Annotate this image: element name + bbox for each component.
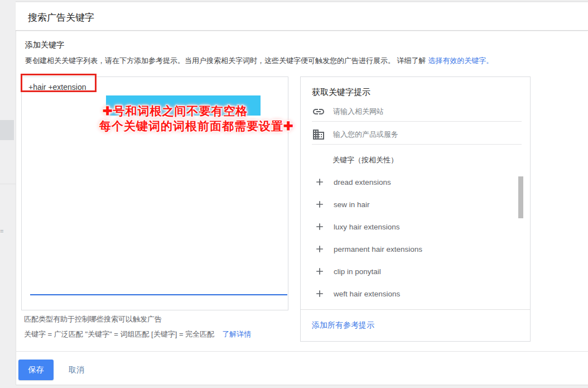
link-icon xyxy=(312,105,325,118)
keyword-suggestion-row: dread extensions xyxy=(301,171,518,193)
match-type-hint: 匹配类型有助于控制哪些搜索可以触发广告 xyxy=(24,314,162,324)
section-title-add-keywords: 添加关键字 xyxy=(25,40,64,50)
description-plain: 要创建相关关键字列表，请在下方添加参考提示。当用户搜索相关字词时，这些关键字便可… xyxy=(25,56,428,65)
add-keyword-icon[interactable] xyxy=(314,288,325,299)
building-icon xyxy=(312,128,325,141)
annotation-text-line1: ✚号和词根之间不要有空格 xyxy=(103,103,248,119)
keyword-suggestions-panel: 获取关键字提示 请输入相关网站 输入您的产品或服务 关键字（按相关性） drea… xyxy=(300,76,531,342)
keyword-suggestion-row: luxy hair extensions xyxy=(301,215,518,238)
add-keyword-icon[interactable] xyxy=(314,199,325,210)
keyword-suggestion-row: clip in ponytail xyxy=(301,260,518,282)
keyword-suggestion-text: sew in hair xyxy=(334,200,370,209)
description-text: 要创建相关关键字列表，请在下方添加参考提示。当用户搜索相关字词时，这些关键字便可… xyxy=(25,56,493,66)
keyword-suggestion-text: clip in ponytail xyxy=(334,267,381,276)
website-input-placeholder: 请输入相关网站 xyxy=(333,107,384,117)
suggestions-title: 获取关键字提示 xyxy=(312,87,370,98)
page-title: 搜索广告关键字 xyxy=(28,11,94,24)
keyword-suggestion-text: luxy hair extensions xyxy=(334,223,400,231)
product-input-placeholder: 输入您的产品或服务 xyxy=(333,130,398,140)
save-button[interactable]: 保存 xyxy=(18,360,54,380)
keyword-suggestion-text: dread extensions xyxy=(334,178,391,186)
add-all-suggestions-link[interactable]: 添加所有参考提示 xyxy=(312,320,374,330)
match-type-legend-text: 关键字 = 广泛匹配 "关键字" = 词组匹配 [关键字] = 完全匹配 xyxy=(24,330,214,338)
match-type-legend: 关键字 = 广泛匹配 "关键字" = 词组匹配 [关键字] = 完全匹配了解详情 xyxy=(24,329,251,339)
annotation-red-callout-box xyxy=(21,74,97,92)
choose-effective-keywords-link[interactable]: 选择有效的关键字。 xyxy=(428,56,493,65)
panel-divider xyxy=(301,309,530,310)
background-page-fragment xyxy=(0,120,14,140)
keyword-suggestion-row: weft hair extensions xyxy=(301,282,518,305)
add-keyword-icon[interactable] xyxy=(314,221,325,232)
keyword-suggestion-text: weft hair extensions xyxy=(334,290,400,298)
background-page-strip xyxy=(0,0,16,388)
annotation-text-line2: 每个关键词的词根前面都需要设置✚ xyxy=(99,118,294,134)
add-keyword-icon[interactable] xyxy=(314,243,325,255)
website-input[interactable]: 请输入相关网站 xyxy=(312,102,522,122)
focus-underline xyxy=(30,294,287,295)
cancel-button[interactable]: 取消 xyxy=(69,365,84,375)
keyword-suggestion-text: permanent hair extensions xyxy=(334,245,422,253)
add-keyword-icon[interactable] xyxy=(314,266,325,277)
footer-divider xyxy=(16,351,588,352)
keyword-suggestion-row: permanent hair extensions xyxy=(301,238,518,260)
background-text-fragment: = xyxy=(0,228,4,234)
keyword-suggestion-row: sew in hair xyxy=(301,193,518,215)
keyword-list-header: 关键字（按相关性） xyxy=(332,155,398,165)
add-keyword-icon[interactable] xyxy=(314,176,325,188)
dialog-header xyxy=(16,2,588,31)
learn-more-link[interactable]: 了解详情 xyxy=(222,330,251,338)
product-service-input[interactable]: 输入您的产品或服务 xyxy=(312,124,522,145)
scrollbar-thumb[interactable] xyxy=(518,176,523,218)
background-divider-fragment xyxy=(0,184,16,184)
